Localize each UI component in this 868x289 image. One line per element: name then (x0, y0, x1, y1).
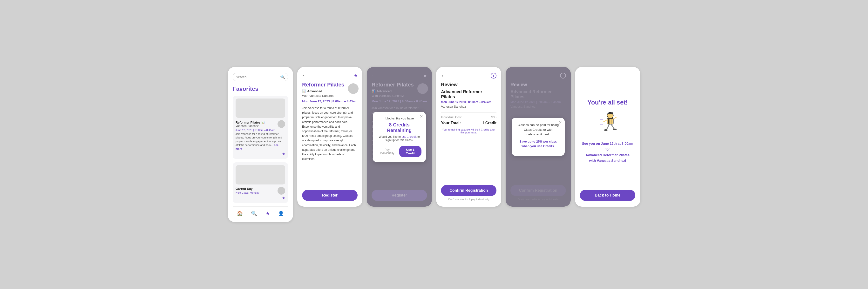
screen-review-payment: ← i Review Advanced Reformer Pilates Mon… (506, 67, 571, 207)
back-to-home-button[interactable]: Back to Home (580, 190, 635, 201)
dont-use-credits[interactable]: Don't use credits & pay individually (441, 198, 496, 201)
instructor-avatar (348, 83, 359, 94)
success-illustration (595, 111, 620, 135)
fav-card-image-2 (236, 165, 285, 184)
use-credit-link[interactable]: use 1 credit (402, 135, 416, 139)
instructor-link[interactable]: Vanessa Sanchez (309, 94, 334, 98)
review-remaining: Your remaining balance will be 7 Credits… (441, 128, 496, 134)
fav-card-title-2: Garrett Day (236, 187, 259, 190)
svg-point-10 (613, 129, 617, 130)
remaining-credits: 7 Credits (478, 128, 489, 131)
success-class: Advanced Reformer Pilates (586, 153, 629, 157)
success-title: You're all set! (587, 99, 628, 106)
modal-sub: Would you like to use 1 credit to sign u… (377, 135, 422, 142)
search-icon[interactable]: 🔍 (280, 75, 285, 79)
modal-actions: Pay Individually Use 1 Credit (377, 146, 422, 157)
fav-card-image (236, 99, 285, 118)
review-page-title: Review (441, 82, 496, 87)
screen-review: ← i Review Advanced Reformer Pilates Mon… (436, 67, 501, 207)
class-instructor: With Vanessa Sanchez (302, 94, 358, 98)
favorite-star[interactable]: ★ (282, 152, 285, 156)
review-class-date: Mon June 12 2023 | 8:00am – 8:45am (441, 101, 496, 104)
back-button[interactable]: ← (302, 73, 307, 78)
payment-modal-overlay: ✕ Classes can be paid for using Class Cr… (506, 67, 571, 207)
level-icon: 📊 (302, 89, 306, 93)
class-desc: Join Vanessa for a round of reformer pil… (302, 106, 358, 186)
payment-modal-highlight: Save up to 25% per class when you use Cr… (516, 139, 560, 149)
payment-modal: ✕ Classes can be paid for using Class Cr… (512, 118, 565, 156)
fav-card-1[interactable]: Reformer Pilates 📊 Vanessa Sanchez June … (233, 96, 288, 159)
nav-search[interactable]: 🔍 (251, 211, 257, 216)
svg-line-8 (611, 124, 614, 129)
search-input[interactable] (236, 75, 280, 79)
fav-card-desc: Join Vanessa for a round of reformer pil… (236, 132, 285, 151)
fav-card-2[interactable]: Garrett Day Next Class: Monday ★ (233, 162, 288, 203)
payment-modal-close[interactable]: ✕ (559, 120, 562, 125)
svg-point-9 (604, 129, 608, 131)
review-cost-row: Individual Cost: $35 (441, 115, 496, 119)
review-instructor: Vanessa Sanchez (441, 105, 496, 108)
favorite-button[interactable]: ★ (354, 73, 358, 78)
screen-success: You're all set! (575, 67, 640, 207)
use-credit-button[interactable]: Use 1 Credit (399, 146, 422, 157)
svg-rect-1 (607, 118, 613, 124)
screen-favorites: 🔍 Favorites Reformer Pilates 📊 Vanessa S… (228, 67, 293, 222)
avatar-2 (278, 187, 285, 194)
screen-nav: ← ★ (302, 73, 358, 78)
modal-text: It looks like you have (377, 116, 422, 120)
screen-class-detail: ← ★ Reformer Pilates 📊 Advanced With Van… (297, 67, 362, 207)
favorites-title: Favorites (233, 85, 288, 92)
screen-nav-review: ← i (441, 73, 496, 78)
avatar (278, 120, 285, 128)
review-total-row: Your Total: 1 Credit (441, 121, 496, 125)
credits-modal: ✕ It looks like you have 8 Credits Remai… (373, 112, 426, 162)
payment-modal-text: Classes can be paid for using Class Cred… (516, 122, 560, 137)
nav-favorites[interactable]: ★ (266, 211, 270, 216)
modal-credits: 8 Credits Remaining (377, 122, 422, 133)
favorite-star-2[interactable]: ★ (282, 196, 285, 200)
pay-individually-button[interactable]: Pay Individually (377, 147, 397, 156)
fav-card-date: June 12, 2023 | 8:00am – 8:45am (236, 129, 285, 132)
back-button-review[interactable]: ← (441, 73, 446, 78)
screen-class-modal: ← ★ Reformer Pilates 📊 Advanced With Van… (367, 67, 432, 207)
svg-line-5 (603, 120, 607, 122)
info-button[interactable]: i (491, 73, 496, 78)
bottom-nav: 🏠 🔍 ★ 👤 (233, 206, 288, 216)
modal-close[interactable]: ✕ (420, 114, 423, 119)
fav-card-next-class: Next Class: Monday (236, 191, 259, 194)
register-button[interactable]: Register (302, 190, 358, 201)
success-date: June 12th at 8:00am (601, 142, 633, 145)
review-class-title: Advanced Reformer Pilates (441, 89, 496, 100)
fav-card-title: Reformer Pilates 📊 (236, 121, 265, 124)
nav-profile[interactable]: 👤 (278, 211, 284, 216)
success-message: See you on June 12th at 8:00am for Advan… (582, 141, 633, 164)
confirm-registration-button[interactable]: Confirm Registration (441, 185, 496, 196)
fav-card-instructor: Vanessa Sanchez (236, 124, 265, 128)
class-datetime: Mon June 12, 2023 | 8:00am – 8:45am (302, 100, 358, 103)
search-bar[interactable]: 🔍 (233, 73, 288, 81)
nav-home[interactable]: 🏠 (237, 211, 243, 216)
svg-line-6 (613, 117, 617, 119)
credits-modal-overlay: ✕ It looks like you have 8 Credits Remai… (367, 67, 432, 207)
screens-container: 🔍 Favorites Reformer Pilates 📊 Vanessa S… (228, 67, 640, 222)
svg-line-7 (607, 124, 609, 130)
